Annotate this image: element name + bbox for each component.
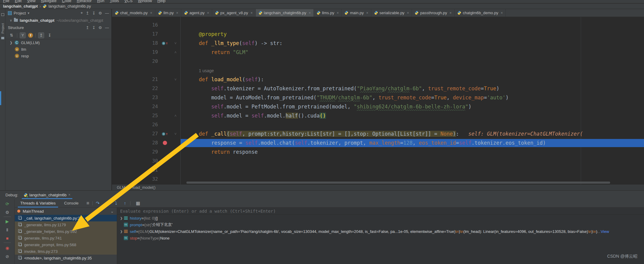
structure-item-glm-llm-[interactable]: ❯CGLM(LLM) [5, 39, 111, 46]
tab-px_agent_v8-py[interactable]: px_agent_v8.py× [212, 9, 256, 17]
autoscroll-to-source-icon[interactable]: ↧ [47, 32, 53, 38]
stop-icon[interactable]: ■ [0, 235, 15, 242]
fold-marker-close[interactable]: ˄ [172, 147, 179, 156]
close-icon[interactable]: × [150, 11, 152, 15]
close-icon[interactable]: × [337, 11, 339, 15]
stack-frame[interactable]: generate_prompt, llms.py:568 [15, 241, 117, 248]
project-panel-title[interactable]: Project [14, 11, 26, 15]
menu-code[interactable]: Code [62, 0, 71, 3]
tab-passthrough-py[interactable]: passthrough.py× [412, 9, 455, 17]
overrides-method-icon[interactable]: o↑ [162, 39, 168, 48]
evaluate-expression-input[interactable]: Evaluate expression (Enter) or add a wat… [117, 208, 644, 215]
close-icon[interactable]: × [68, 193, 71, 197]
chevron-expanded-icon[interactable]: ∨ [10, 18, 12, 22]
close-icon[interactable]: × [501, 11, 503, 15]
variable-self[interactable]: ❯self = {GLM} GLM(tokenizer=ChatGLMToken… [117, 228, 644, 235]
project-stripe-label[interactable]: Project [1, 21, 5, 35]
menu-refactor[interactable]: Refactor [77, 0, 92, 3]
view-breakpoints-icon[interactable]: ◉ [0, 244, 15, 252]
project-stripe-icon[interactable] [1, 13, 4, 16]
close-icon[interactable]: × [251, 11, 253, 15]
gutter[interactable]: 19˄ [112, 48, 180, 57]
gutter[interactable]: 27o↑˅ [112, 129, 180, 138]
settings-gear-icon[interactable]: ⚙ [98, 11, 102, 15]
fold-marker-open[interactable]: ˅ [172, 39, 179, 48]
breadcrumb-file[interactable]: langchain_chatglm6b.py [48, 4, 91, 8]
close-icon[interactable]: × [407, 11, 409, 15]
stack-frame[interactable]: <module>, langchain_chatglm6b.py:35 [15, 255, 117, 261]
close-icon[interactable]: × [366, 11, 368, 15]
structure-panel-title[interactable]: Structure [8, 25, 24, 30]
tab-chatglm6b_demo-py[interactable]: chatglm6b_demo.py× [455, 9, 506, 17]
stack-frame[interactable]: _generate, llms.py:1179 [15, 221, 117, 228]
gutter[interactable]: 22 [112, 84, 180, 93]
gutter-icon-slot[interactable]: o↑ [158, 129, 172, 138]
structure-item-llm[interactable]: vllm [5, 46, 111, 53]
close-icon[interactable]: × [207, 11, 209, 15]
structure-item-resp[interactable]: vresp [5, 53, 111, 59]
chevron-right-icon[interactable]: ❯ [10, 41, 12, 45]
breadcrumb-method[interactable]: load_model() [133, 185, 156, 190]
gutter[interactable]: 29˄ [112, 147, 180, 156]
code-editor[interactable]: 1617 @property18o↑˅ def _llm_type(self) … [112, 17, 644, 185]
gutter[interactable]: 18o↑˅ [112, 39, 180, 48]
stack-frame[interactable]: invoke, llms.py:273 [15, 248, 117, 255]
gutter[interactable]: 25˄ [112, 111, 180, 120]
hide-panel-icon[interactable]: — [105, 11, 109, 15]
show-fields-icon[interactable]: f [28, 33, 33, 38]
thread-selector[interactable]: MainThread ⌄ [15, 208, 117, 215]
chevron-down-icon[interactable]: ▾ [28, 11, 29, 15]
mute-breakpoints-icon[interactable]: ⊘ [0, 253, 15, 260]
gutter[interactable]: 21˅ [112, 75, 180, 84]
breakpoint-icon[interactable] [163, 141, 167, 145]
group-methods-icon[interactable]: Y [20, 32, 26, 38]
tab-chat_models-py[interactable]: chat_models.py× [112, 9, 155, 17]
debug-session-tab[interactable]: langchain_chatglm6b × [21, 191, 74, 199]
menu-navigate[interactable]: Navigate [41, 0, 56, 3]
fold-marker-close[interactable]: ˄ [172, 111, 179, 120]
menu-window[interactable]: Window [138, 0, 152, 3]
stack-frame[interactable]: _call, langchain_chatglm6b.py:28 [15, 215, 117, 221]
gutter[interactable]: 24 [112, 102, 180, 111]
chevron-right-icon[interactable]: ❯ [119, 230, 124, 233]
chevron-down-icon[interactable]: ⌄ [110, 209, 114, 214]
breadcrumb-project[interactable]: langchain_chatgpt [3, 4, 38, 8]
pause-program-icon[interactable]: Ⅱ [0, 226, 15, 233]
tab-serializable-py[interactable]: serializable.py× [371, 9, 412, 17]
chevron-right-icon[interactable]: ❯ [119, 217, 124, 220]
hide-panel-icon[interactable]: — [105, 25, 109, 30]
collapse-all-icon[interactable]: ↥ [86, 25, 89, 30]
layout-options-icon[interactable]: ≡ [87, 201, 89, 206]
gutter-icon-slot[interactable] [158, 141, 172, 145]
variable-stop[interactable]: 01stop = {NoneType} None [117, 235, 644, 241]
gutter[interactable]: 20 [112, 57, 180, 66]
gutter[interactable]: 28 [112, 138, 180, 147]
gutter[interactable] [112, 66, 180, 75]
menu-file[interactable]: File [3, 0, 9, 3]
view-link[interactable]: View [601, 229, 609, 234]
debug-tab-console[interactable]: Console [61, 199, 82, 208]
horizontal-scrollbar[interactable] [186, 182, 610, 184]
gutter[interactable]: 26 [112, 120, 180, 129]
step-over-icon[interactable]: ↷ [94, 200, 102, 207]
menu-vcs[interactable]: VCS [124, 0, 133, 3]
expand-all-icon[interactable]: ↧ [92, 25, 95, 30]
variable-history[interactable]: ❯history = {list: 0} [] [117, 215, 644, 221]
menu-run[interactable]: Run [97, 0, 104, 3]
tab-llm-py[interactable]: llm.py× [155, 9, 181, 17]
gutter[interactable]: 17 [112, 30, 180, 39]
fold-marker-open[interactable]: ˅ [172, 129, 179, 138]
settings-gear-icon[interactable]: ⚙ [98, 25, 102, 30]
locate-file-icon[interactable]: ⌖ [80, 11, 83, 15]
step-into-icon[interactable]: ↓ [103, 200, 111, 207]
resume-program-icon[interactable]: ▶ [0, 218, 15, 225]
stack-frame[interactable]: generate, llms.py:741 [15, 235, 117, 241]
view-as-table-icon[interactable]: ▦ [136, 201, 140, 206]
tab-llms-py[interactable]: llms.py× [314, 9, 342, 17]
gutter[interactable]: 31 [112, 166, 180, 175]
variable-prompt[interactable]: 01prompt = {str} '介绍下北京' [117, 221, 644, 228]
breadcrumb-class[interactable]: GLM [117, 185, 125, 190]
overrides-method-icon[interactable]: o↑ [162, 129, 168, 138]
force-step-into-icon[interactable]: ⤵ [112, 200, 120, 207]
step-out-icon[interactable]: ↑ [121, 200, 129, 207]
